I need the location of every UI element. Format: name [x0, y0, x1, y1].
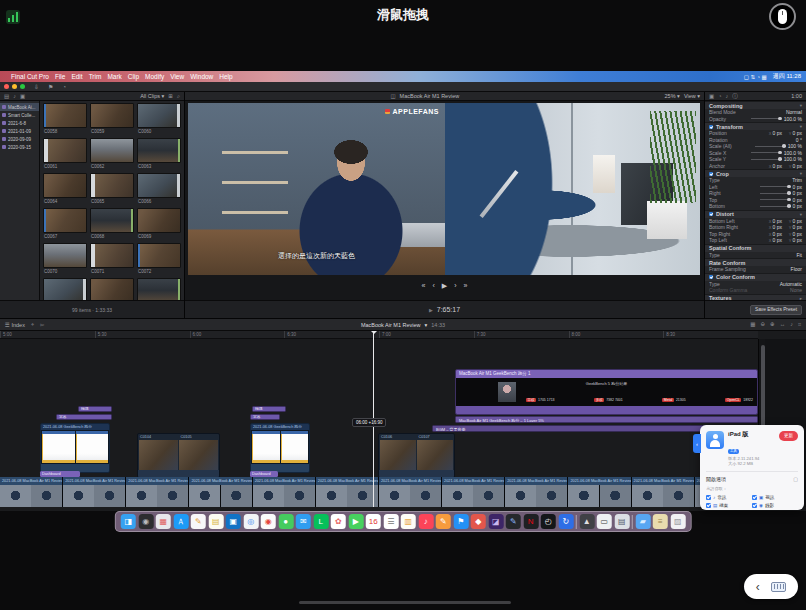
dock-app-icon[interactable]: ◉ — [261, 514, 276, 529]
browser-clip[interactable]: C0068 — [90, 208, 134, 240]
update-button[interactable]: 更新 — [779, 431, 798, 441]
color-conform-checkbox[interactable] — [709, 275, 713, 279]
storyline-clip[interactable]: 2021-06-08 MacBook Air M1 Review — [568, 477, 631, 507]
inspector-row[interactable]: Type Fit — [705, 252, 806, 259]
background-tasks-icon[interactable]: ◔ — [62, 84, 66, 90]
slider[interactable] — [751, 152, 781, 153]
clip-thumbnail[interactable] — [43, 173, 87, 198]
section-rate-conform[interactable]: Rate Conform — [705, 258, 806, 266]
info-inspector-icon[interactable]: ⓘ — [732, 93, 738, 100]
dock-app-icon[interactable]: ◆ — [471, 514, 486, 529]
dock-app-icon[interactable]: ✎ — [436, 514, 451, 529]
dock-app-icon[interactable]: ◨ — [121, 514, 136, 529]
inspector-row[interactable]: Conform Gamma None — [705, 287, 806, 294]
permission-item[interactable]: ♪ 音訊 — [706, 493, 752, 501]
clip-thumbnail[interactable] — [90, 173, 134, 198]
browser-clip[interactable]: C0066 — [137, 173, 181, 205]
popup-drawer-handle[interactable]: ‹ — [693, 434, 701, 453]
skimming-icon[interactable]: ↔ — [780, 321, 786, 328]
distort-checkbox[interactable] — [709, 212, 713, 216]
dock-app-icon[interactable]: ▦ — [156, 514, 171, 529]
slider[interactable] — [751, 118, 781, 119]
menu-item[interactable]: Edit — [71, 73, 82, 80]
search-icon[interactable]: ⌕ — [177, 93, 180, 100]
browser-clip[interactable]: C0072 — [137, 243, 181, 275]
back-chevron-button[interactable]: ‹ — [756, 581, 760, 593]
close-button[interactable] — [4, 84, 9, 89]
next-frame-icon[interactable]: › — [454, 282, 456, 290]
dock-app-icon[interactable]: ♪ — [418, 514, 433, 529]
browser-clip[interactable]: C0071 — [90, 243, 134, 275]
permission-item[interactable]: ◉ 錄影 — [752, 501, 798, 509]
dock-app-icon[interactable]: ✉ — [296, 514, 311, 529]
dock-app-icon[interactable] — [576, 515, 577, 529]
menu-item[interactable]: Clip — [128, 73, 139, 80]
menu-item[interactable]: Help — [219, 73, 232, 80]
clip-thumbnail[interactable] — [43, 278, 87, 300]
checkbox-checked[interactable] — [752, 495, 757, 500]
clip-thumbnail[interactable] — [137, 243, 181, 268]
section-hide-icon[interactable]: ▾ — [800, 212, 802, 217]
clip-thumbnail[interactable] — [137, 103, 181, 128]
video-clip-pair[interactable]: C0104 C0105 — [137, 433, 220, 478]
save-effects-preset-button[interactable]: Save Effects Preset — [750, 305, 802, 315]
slider[interactable] — [751, 159, 781, 160]
audio-skimming-icon[interactable]: ♪ — [790, 321, 793, 328]
options-row[interactable]: 開啟選項 ▢ — [706, 471, 798, 482]
browser-clip[interactable]: C0059 — [90, 103, 134, 135]
titles-generators-icon[interactable]: ▣ — [20, 93, 25, 99]
storyline-clip[interactable]: 2021-06-08 MacBook Air M1 Review — [0, 477, 63, 507]
view-dropdown[interactable]: View ▾ — [684, 93, 700, 99]
sidebar-item[interactable]: 2021-6-8 — [0, 119, 39, 127]
status-icons[interactable]: ▢ ⇅ ◔ ▦ — [744, 74, 767, 80]
clip-thumbnail[interactable] — [137, 278, 181, 300]
dock-app-icon[interactable]: ▤ — [614, 514, 629, 529]
transform-checkbox[interactable] — [709, 125, 713, 129]
section-distort[interactable]: Distort▾ — [705, 210, 806, 218]
dock-app-icon[interactable]: ▨ — [670, 514, 685, 529]
color-inspector-icon[interactable]: ◔ — [718, 93, 721, 99]
storyline-clip[interactable]: 2021-06-08 MacBook Air M1 Review — [253, 477, 316, 507]
project-switcher[interactable]: MacBook Air M1 Review ▾ 14:33 — [361, 322, 445, 328]
title-strip[interactable]: MacBook Air M1 GeekBench 跑分 – 1 Layer 5% — [455, 416, 758, 423]
storyline-clip[interactable]: 2021-06-08 MacBook Air M1 Review — [126, 477, 189, 507]
show-libraries-icon[interactable]: ▤ — [4, 93, 9, 99]
clip-thumbnail[interactable] — [90, 243, 134, 268]
menu-item[interactable]: File — [55, 73, 65, 80]
dock-app-icon[interactable]: 16 — [366, 514, 381, 529]
browser-clip[interactable]: C0058 — [43, 103, 87, 135]
clip-thumbnail[interactable] — [137, 208, 181, 233]
dock-app-icon[interactable]: ≡ — [653, 514, 668, 529]
checkbox-checked[interactable] — [706, 503, 711, 508]
rewind-icon[interactable]: « — [422, 282, 426, 290]
sidebar-item[interactable]: 2021-01-09 — [0, 127, 39, 135]
index-button[interactable]: ☰ Index — [5, 322, 25, 328]
browser-clip[interactable]: C0062 — [90, 138, 134, 170]
screenshot-clip[interactable]: 2021-06-08 GeekBench 跑分 — [250, 423, 310, 473]
scrollbar-thumb[interactable] — [761, 345, 765, 431]
clip-appearance-icon[interactable]: ⊞ — [168, 93, 173, 99]
dock-app-icon[interactable]: ▰ — [635, 514, 650, 529]
section-spatial-conform[interactable]: Spatial Conform — [705, 244, 806, 252]
inspector-row[interactable]: Rotation 0 ° — [705, 137, 806, 144]
dock-app-icon[interactable]: ◪ — [488, 514, 503, 529]
sidebar-item[interactable]: MacBook Ai... — [0, 103, 39, 111]
menu-item[interactable]: Trim — [89, 73, 102, 80]
title-clip[interactable]: 字幕 — [56, 414, 112, 420]
dock-app-icon[interactable]: ✎ — [191, 514, 206, 529]
storyline-clip[interactable]: 2021-06-08 MacBook Air M1 Review — [379, 477, 442, 507]
menu-item[interactable]: Modify — [145, 73, 164, 80]
browser-clip[interactable]: C0060 — [137, 103, 181, 135]
inspector-row[interactable]: Bottom Left 0 px 0 px — [705, 218, 806, 225]
options-icon[interactable]: ▢ — [793, 476, 798, 482]
clip-thumbnail[interactable] — [90, 208, 134, 233]
clip-appearance-icon[interactable]: ▦ — [750, 321, 755, 328]
checkbox-checked[interactable] — [752, 503, 757, 508]
menu-item[interactable]: Mark — [107, 73, 121, 80]
browser-clip[interactable]: C0067 — [43, 208, 87, 240]
browser-clip[interactable]: C0063 — [137, 138, 181, 170]
home-indicator[interactable] — [299, 601, 511, 604]
dock-app-icon[interactable] — [632, 515, 633, 529]
dock-app-icon[interactable]: ▣ — [226, 514, 241, 529]
sidebar-item[interactable]: 2020-09-15 — [0, 143, 39, 151]
